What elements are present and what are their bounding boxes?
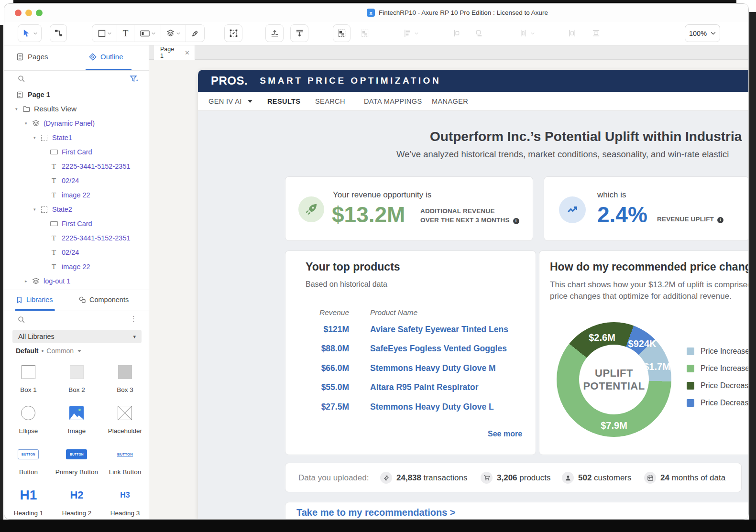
- axure-file-icon: x: [367, 9, 375, 17]
- tree-item-date[interactable]: T 02/24: [4, 174, 149, 188]
- library-component-button[interactable]: BUTTON Button: [4, 441, 53, 482]
- library-select[interactable]: All Libraries ▾: [12, 330, 142, 343]
- transform-tool-button[interactable]: [224, 24, 242, 42]
- tree-item-card-number[interactable]: T 2225-3441-5152-2351: [4, 159, 149, 174]
- info-icon[interactable]: i: [717, 217, 723, 223]
- see-more-link[interactable]: See more: [488, 430, 522, 438]
- rectangle-icon: [98, 30, 106, 37]
- shape-tools-group: T: [92, 24, 205, 42]
- dynamic-panel-icon: [32, 119, 40, 127]
- product-row[interactable]: $55.0MAltara R95 Paint Respirator: [306, 382, 479, 392]
- tab-components[interactable]: Components: [78, 296, 129, 304]
- more-options-icon[interactable]: ⋮: [130, 315, 137, 323]
- nav-gen-iv-ai[interactable]: GEN IV AI: [208, 92, 252, 111]
- pen-tool-button[interactable]: [186, 25, 204, 42]
- expand-arrow-icon[interactable]: ▾: [33, 207, 40, 212]
- library-section-header[interactable]: Default • Common: [16, 346, 81, 356]
- ungroup-icon: [360, 29, 369, 38]
- tree-item-state1[interactable]: ▾ State1: [4, 130, 149, 145]
- window-title: FintechRP10 - Axure RP 10 Pro Edition : …: [379, 9, 548, 16]
- tab-libraries[interactable]: Libraries: [16, 296, 53, 304]
- kpi-revenue-value: $13.2M: [332, 203, 405, 227]
- tree-item-label: Page 1: [28, 91, 50, 98]
- filter-icon[interactable]: [130, 75, 138, 83]
- library-component-heading-2[interactable]: H2 Heading 2: [53, 482, 101, 520]
- tree-item-state2[interactable]: ▾ State2: [4, 202, 149, 217]
- product-row[interactable]: $27.5MStemmons Heavy Duty Glove L: [306, 402, 494, 412]
- tab-outline[interactable]: Outline: [89, 53, 123, 61]
- tab-pages[interactable]: Pages: [16, 53, 48, 61]
- tree-item-image-22[interactable]: T image 22: [4, 188, 149, 202]
- product-row[interactable]: $66.0MStemmons Heavy Duty Glove M: [306, 363, 496, 373]
- library-component-ellipse[interactable]: Ellipse: [4, 400, 53, 441]
- select-cursor-button[interactable]: [18, 24, 42, 42]
- tree-item-results-view[interactable]: ▾ Results View: [4, 102, 149, 116]
- library-component-primary-button[interactable]: BUTTON Primary Button: [53, 441, 101, 482]
- uploads-transactions: 24,838 transactions: [380, 472, 467, 484]
- caret-down-icon: [248, 100, 252, 103]
- library-component-box-2[interactable]: Box 2: [53, 358, 101, 400]
- library-component-box-3[interactable]: Box 3: [101, 358, 149, 400]
- recommendations-card: Take me to my recommendations >: [285, 502, 748, 520]
- search-icon[interactable]: [17, 75, 25, 83]
- recommendations-link[interactable]: Take me to my recommendations >: [296, 507, 456, 518]
- library-component-heading-1[interactable]: H1 Heading 1: [4, 482, 53, 520]
- product-row[interactable]: $121MAviare Safety Eyewear Tinted Lens: [306, 325, 508, 335]
- close-tab-icon[interactable]: ✕: [185, 49, 190, 56]
- page-tab[interactable]: Page 1 ✕: [154, 45, 195, 60]
- pen-icon: [191, 29, 199, 38]
- nav-results[interactable]: RESULTS: [267, 92, 300, 111]
- library-component-heading-3[interactable]: H3 Heading 3: [101, 482, 149, 520]
- nav-data-mappings[interactable]: DATA MAPPINGS: [364, 92, 422, 111]
- collapse-arrow-icon[interactable]: ▸: [25, 279, 32, 283]
- sidebar-panel-tabs: Pages Outline: [4, 45, 149, 71]
- primary-button-icon: BUTTON: [66, 449, 87, 459]
- connector-tool-button[interactable]: [50, 24, 67, 42]
- rectangle-tool-button[interactable]: [92, 25, 117, 42]
- library-component-box-1[interactable]: Box 1: [4, 358, 53, 400]
- tree-item-page-1[interactable]: Page 1: [4, 87, 149, 102]
- library-component-link-button[interactable]: BUTTON Link Button: [101, 441, 149, 482]
- segment-label: $7.9M: [601, 420, 627, 431]
- expand-arrow-icon[interactable]: ▾: [33, 135, 40, 140]
- chevron-down-icon: [415, 32, 418, 35]
- expand-arrow-icon[interactable]: ▾: [15, 107, 22, 111]
- text-tool-button[interactable]: T: [117, 25, 134, 42]
- tree-item-log-out[interactable]: ▸ log-out 1: [4, 274, 149, 288]
- expand-arrow-icon[interactable]: ▾: [25, 121, 32, 126]
- legend-swatch: [687, 382, 694, 390]
- tree-item-date[interactable]: T 02/24: [4, 245, 149, 260]
- align-center-button-disabled: [515, 24, 538, 42]
- chevron-down-icon: [711, 32, 716, 35]
- nav-manager[interactable]: MANAGER: [432, 92, 468, 111]
- info-icon[interactable]: i: [513, 218, 519, 224]
- tree-item-first-card[interactable]: First Card: [4, 217, 149, 231]
- minimize-window-button[interactable]: [25, 10, 32, 16]
- zoom-level-select[interactable]: 100%: [685, 24, 720, 42]
- close-window-button[interactable]: [15, 10, 22, 16]
- search-icon[interactable]: [17, 315, 25, 324]
- nav-search[interactable]: SEARCH: [315, 92, 345, 111]
- legend-item: Price Increases 5: [687, 343, 748, 360]
- send-backward-icon: [295, 29, 304, 38]
- left-sidebar: Pages Outline Page 1 ▾ Results V: [4, 45, 149, 520]
- tree-item-card-number[interactable]: T 2225-3441-5152-2351: [4, 231, 149, 245]
- tree-item-first-card[interactable]: First Card: [4, 145, 149, 159]
- nav-label: SEARCH: [315, 98, 345, 105]
- bring-forward-button[interactable]: [265, 24, 284, 42]
- group-button[interactable]: [333, 24, 351, 42]
- library-component-placeholder[interactable]: Placeholder: [101, 400, 149, 441]
- tree-item-dynamic-panel[interactable]: ▾ (Dynamic Panel): [4, 116, 149, 130]
- send-backward-button[interactable]: [290, 24, 308, 42]
- maximize-window-button[interactable]: [36, 10, 43, 16]
- layers-icon: [166, 29, 175, 37]
- page-title: Outperform Inc.’s Potential Uplift withi…: [430, 129, 742, 144]
- tree-item-image-22[interactable]: T image 22: [4, 260, 149, 274]
- data-uploaded-bar: Data you uploaded: 24,838 transactions: [285, 463, 742, 492]
- heading3-icon: H3: [120, 491, 130, 499]
- heading2-icon: H2: [70, 489, 83, 501]
- frame-tool-button[interactable]: [134, 25, 161, 42]
- library-component-image[interactable]: Image: [53, 400, 101, 441]
- product-row[interactable]: $88.0MSafeEyes Fogless Vented Goggles: [306, 344, 507, 354]
- layers-tool-button[interactable]: [161, 25, 186, 42]
